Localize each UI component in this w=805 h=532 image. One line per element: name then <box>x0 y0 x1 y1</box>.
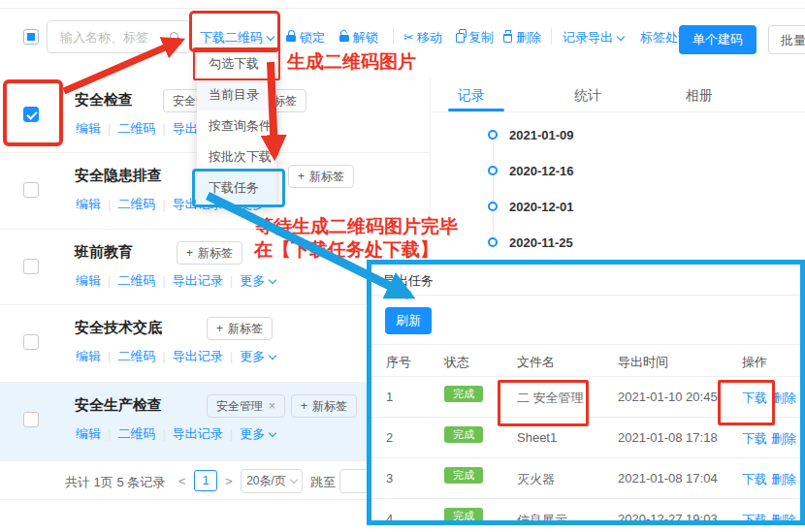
qrcode-link[interactable]: 二维码 <box>117 121 155 136</box>
cell-time: 2021-01-10 20:45 <box>618 390 718 404</box>
new-tag-button[interactable]: +新标签 <box>207 317 273 340</box>
cell-no: 3 <box>386 471 393 485</box>
menu-item-current-dir[interactable]: 当前目录 <box>197 79 276 110</box>
timeline-dot <box>488 202 498 211</box>
row-title: 安全生产检查 <box>75 396 162 415</box>
edit-link[interactable]: 编辑 <box>76 273 101 288</box>
delete-link[interactable]: 删除 <box>771 390 796 407</box>
col-status: 状态 <box>444 354 469 371</box>
edit-link[interactable]: 编辑 <box>76 426 101 441</box>
single-create-button[interactable]: 单个建码 <box>679 25 757 54</box>
scissors-icon: ✂ <box>403 30 414 45</box>
list-row-3: 班前教育 +新标签 编辑|二维码|导出记录|更多 <box>0 230 430 305</box>
chevron-down-icon <box>269 429 276 437</box>
menu-item-download-tasks[interactable]: 下载任务 <box>197 172 276 203</box>
timeline-date[interactable]: 2020-12-16 <box>509 164 574 178</box>
row-checkbox[interactable] <box>23 412 39 427</box>
row-checkbox[interactable] <box>23 259 39 274</box>
new-tag-button[interactable]: +新标签 <box>177 241 242 265</box>
unlock-button[interactable]: 解锁 <box>339 29 378 47</box>
download-link[interactable]: 下载 <box>742 512 767 525</box>
row-checkbox[interactable] <box>23 182 39 198</box>
page-number-button[interactable]: 1 <box>194 470 217 491</box>
tag-chip[interactable]: 安全管理× <box>207 394 285 418</box>
download-link[interactable]: 下载 <box>742 471 767 488</box>
delete-link[interactable]: 删除 <box>771 430 796 448</box>
trash-icon <box>503 34 512 43</box>
qrcode-link[interactable]: 二维码 <box>117 349 155 363</box>
edit-link[interactable]: 编辑 <box>76 197 101 211</box>
select-all-checkbox[interactable] <box>23 29 39 45</box>
new-tag-button[interactable]: +新标签 <box>288 165 354 188</box>
lock-button[interactable]: 锁定 <box>286 29 325 47</box>
timeline-date[interactable]: 2020-12-01 <box>509 200 574 214</box>
cell-filename: 灭火器 <box>517 471 555 488</box>
panel-title-divider <box>371 295 800 296</box>
page-size-select[interactable]: 20条/页 <box>241 469 303 493</box>
timeline-date[interactable]: 2020-11-25 <box>509 235 573 250</box>
more-link[interactable]: 更多 <box>240 349 275 363</box>
batch-create-button[interactable]: 批量建码 <box>768 25 805 54</box>
row-checkbox-checked[interactable] <box>23 107 39 122</box>
download-link[interactable]: 下载 <box>742 430 767 448</box>
qrcode-link[interactable]: 二维码 <box>117 426 155 441</box>
tab-album[interactable]: 相册 <box>686 87 713 105</box>
search-icon[interactable] <box>170 32 178 41</box>
export-row-3: 3 完成 灭火器 2021-01-08 17:04 下载 删除 <box>371 458 800 499</box>
col-export-time: 导出时间 <box>618 354 668 371</box>
timeline-date[interactable]: 2021-01-09 <box>509 128 574 142</box>
annotation-generate-note: 生成二维码图片 <box>287 49 416 75</box>
cell-filename: Sheet1 <box>517 430 557 445</box>
plus-icon: + <box>186 246 193 260</box>
more-link[interactable]: 更多 <box>240 426 275 441</box>
download-link[interactable]: 下载 <box>742 390 767 407</box>
menu-item-by-query[interactable]: 按查询条件 <box>197 110 276 141</box>
status-badge: 完成 <box>444 386 483 402</box>
list-row-5: 安全生产检查 安全管理× +新标签 编辑|二维码|导出记录|更多 <box>0 383 430 461</box>
record-export-dropdown[interactable]: 记录导出 <box>563 29 624 47</box>
plus-icon: + <box>298 170 305 183</box>
status-badge: 完成 <box>444 426 483 443</box>
delete-link[interactable]: 删除 <box>771 512 796 525</box>
cell-no: 2 <box>386 430 393 445</box>
download-qr-menu: 勾选下载 当前目录 按查询条件 按批次下载 下载任务 <box>197 45 276 207</box>
tab-statistics[interactable]: 统计 <box>574 87 601 105</box>
cell-no: 4 <box>386 512 393 525</box>
copy-button[interactable]: 复制 <box>456 29 494 47</box>
row-title: 班前教育 <box>75 243 133 262</box>
chevron-down-icon <box>269 352 276 360</box>
timeline-dot <box>488 237 498 247</box>
tab-records[interactable]: 记录 <box>458 87 485 105</box>
prev-page-button[interactable]: < <box>178 474 186 488</box>
delete-button[interactable]: 删除 <box>503 29 541 47</box>
edit-link[interactable]: 编辑 <box>76 349 101 363</box>
export-records-link[interactable]: 导出记录 <box>173 349 223 363</box>
top-divider <box>0 8 805 9</box>
more-link[interactable]: 更多 <box>240 273 275 288</box>
row-checkbox[interactable] <box>23 334 39 350</box>
cell-time: 2021-01-08 17:04 <box>618 471 718 485</box>
qrcode-link[interactable]: 二维码 <box>117 273 155 288</box>
move-button[interactable]: ✂移动 <box>403 29 442 47</box>
export-row-4: 4 完成 信息展示 2020-12-27 19:03 下载 删除 <box>371 499 800 525</box>
refresh-button[interactable]: 刷新 <box>385 307 432 334</box>
cell-time: 2021-01-08 17:18 <box>618 430 718 445</box>
qrcode-link[interactable]: 二维码 <box>117 197 155 211</box>
menu-item-by-batch[interactable]: 按批次下载 <box>197 141 276 172</box>
new-tag-button[interactable]: +新标签 <box>291 394 357 418</box>
delete-link[interactable]: 删除 <box>771 471 796 488</box>
export-records-link[interactable]: 导出记录 <box>173 426 223 441</box>
edit-link[interactable]: 编辑 <box>76 121 101 136</box>
col-actions: 操作 <box>742 354 767 371</box>
plus-icon: + <box>216 322 223 335</box>
timeline-line <box>493 138 494 246</box>
col-filename: 文件名 <box>517 354 555 371</box>
next-page-button[interactable]: > <box>225 474 233 488</box>
export-records-link[interactable]: 导出记录 <box>173 273 223 288</box>
search-input[interactable] <box>58 29 171 46</box>
list-row-4: 安全技术交底 +新标签 编辑|二维码|导出记录|更多 <box>0 305 430 383</box>
cell-time: 2020-12-27 19:03 <box>618 512 718 525</box>
menu-item-check-download[interactable]: 勾选下载 <box>197 48 276 79</box>
close-icon[interactable]: × <box>269 399 275 413</box>
status-badge: 完成 <box>444 508 483 524</box>
